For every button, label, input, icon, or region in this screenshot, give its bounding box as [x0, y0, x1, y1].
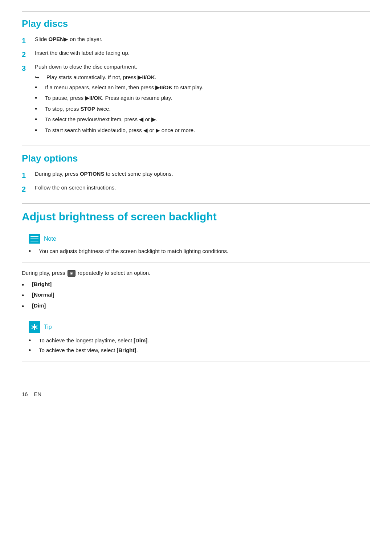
options-step-1: 1 During play, press OPTIONS to select s…: [22, 170, 370, 181]
step-2: 2 Insert the disc with label side facing…: [22, 49, 370, 60]
note-item: • You can adjusts brightness of the scre…: [29, 247, 363, 256]
brightness-section: Adjust brightness of screen backlight No…: [22, 203, 370, 362]
during-play-text: During play, press ☀ repeatedly to selec…: [22, 269, 370, 277]
tip-content: • To achieve the longest playtime, selec…: [29, 337, 363, 355]
bright-label: [Bright]: [32, 281, 52, 287]
bullet-2-text: To pause, press ▶II/OK. Press again to r…: [45, 94, 370, 102]
note-box: Note • You can adjusts brightness of the…: [22, 229, 370, 262]
normal-option: • [Normal]: [22, 292, 370, 300]
page-footer: 16 EN: [22, 391, 370, 397]
play-options-section: Play options 1 During play, press OPTION…: [22, 146, 370, 195]
tip-item-2: • To achieve the best view, select [Brig…: [29, 346, 363, 355]
step-3-content: Push down to close the disc compartment.…: [35, 63, 370, 137]
step-2-content: Insert the disc with label side facing u…: [35, 49, 370, 57]
arrow-item: ↪ Play starts automatically. If not, pre…: [35, 73, 370, 82]
note-line-3: [30, 241, 38, 241]
bullet-1: • If a menu appears, select an item, the…: [35, 83, 370, 92]
brightness-title: Adjust brightness of screen backlight: [22, 211, 370, 223]
step-1-num: 1: [22, 35, 35, 46]
tip-text-2: To achieve the best view, select [Bright…: [39, 346, 363, 355]
tip-text-1: To achieve the longest playtime, select …: [39, 337, 363, 345]
bullet-3-text: To stop, press STOP twice.: [45, 105, 370, 113]
bullet-5-dot: •: [35, 126, 45, 135]
options-step-2-num: 2: [22, 184, 35, 195]
options-step-2: 2 Follow the on-screen instructions.: [22, 184, 370, 195]
options-step-1-content: During play, press OPTIONS to select som…: [35, 170, 370, 178]
note-line-1: [30, 236, 38, 237]
bullet-3: • To stop, press STOP twice.: [35, 105, 370, 113]
play-discs-steps: 1 Slide OPEN▶ on the player. 2 Insert th…: [22, 35, 370, 137]
page-number: 16: [22, 391, 28, 397]
dim-option: • [Dim]: [22, 302, 370, 311]
bright-bullet: •: [22, 281, 32, 289]
play-options-steps: 1 During play, press OPTIONS to select s…: [22, 170, 370, 195]
bright-option: • [Bright]: [22, 281, 370, 289]
options-step-1-num: 1: [22, 170, 35, 181]
step-1: 1 Slide OPEN▶ on the player.: [22, 35, 370, 46]
bullet-4: • To select the previous/next item, pres…: [35, 115, 370, 124]
bullet-2: • To pause, press ▶II/OK. Press again to…: [35, 94, 370, 102]
step-3-sublist: ↪ Play starts automatically. If not, pre…: [35, 73, 370, 135]
note-text: You can adjusts brightness of the screen…: [39, 247, 363, 256]
bullet-5: • To start search within video/audio, pr…: [35, 126, 370, 135]
step-3-num: 3: [22, 63, 35, 74]
dim-bullet: •: [22, 302, 32, 311]
tip-bullet-2: •: [29, 346, 39, 355]
note-label: Note: [44, 236, 56, 242]
bullet-4-dot: •: [35, 115, 45, 124]
bullet-4-text: To select the previous/next item, press …: [45, 115, 370, 124]
tip-box: Tip • To achieve the longest playtime, s…: [22, 316, 370, 362]
tip-bullet-1: •: [29, 337, 39, 345]
bullet-2-dot: •: [35, 94, 45, 102]
note-line-2: [30, 239, 38, 239]
arrow-bullet-icon: ↪: [35, 73, 46, 81]
normal-label: [Normal]: [32, 292, 54, 298]
step-3: 3 Push down to close the disc compartmen…: [22, 63, 370, 137]
bullet-3-dot: •: [35, 105, 45, 113]
play-discs-title: Play discs: [22, 18, 370, 29]
bullet-1-dot: •: [35, 83, 45, 92]
play-discs-section: Play discs 1 Slide OPEN▶ on the player. …: [22, 11, 370, 137]
bullet-5-text: To start search within video/audio, pres…: [45, 126, 370, 135]
note-header: Note: [29, 234, 363, 244]
step-2-num: 2: [22, 49, 35, 60]
arrow-item-text: Play starts automatically. If not, press…: [46, 73, 370, 82]
dim-label: [Dim]: [32, 302, 46, 309]
asterisk-icon: [31, 323, 38, 331]
note-bullet: •: [29, 247, 39, 256]
options-step-2-content: Follow the on-screen instructions.: [35, 184, 370, 192]
tip-item-1: • To achieve the longest playtime, selec…: [29, 337, 363, 345]
brightness-options-list: • [Bright] • [Normal] • [Dim]: [22, 281, 370, 311]
note-content: • You can adjusts brightness of the scre…: [29, 247, 363, 256]
backlight-icon: ☀: [68, 270, 75, 277]
bullet-1-text: If a menu appears, select an item, then …: [45, 83, 370, 92]
play-options-title: Play options: [22, 153, 370, 164]
tip-label: Tip: [44, 324, 52, 330]
note-icon: [29, 234, 40, 244]
step-1-content: Slide OPEN▶ on the player.: [35, 35, 370, 44]
page-lang: EN: [34, 391, 41, 397]
tip-icon: [29, 321, 40, 333]
normal-bullet: •: [22, 292, 32, 300]
open-label: OPEN: [49, 36, 64, 42]
tip-header: Tip: [29, 321, 363, 333]
